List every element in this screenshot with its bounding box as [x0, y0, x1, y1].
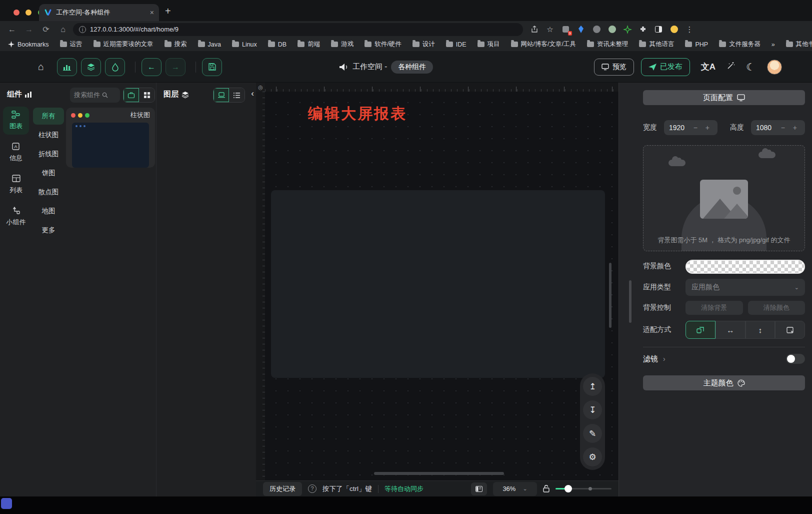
workspace-name-pill[interactable]: 各种组件 [391, 61, 433, 74]
subcategory-3[interactable]: 饼图 [33, 165, 64, 182]
details-panel-toggle-button[interactable] [105, 58, 125, 76]
chart-line-gradient[interactable] [478, 248, 571, 298]
dashboard-board[interactable] [271, 190, 605, 378]
unlock-icon[interactable] [543, 485, 550, 492]
settings-gear-icon[interactable]: ⚙ [583, 447, 602, 466]
bookmark-folder[interactable]: 项目 [478, 40, 500, 49]
extension-star-icon[interactable] [623, 25, 632, 34]
bookmark-folder[interactable]: 近期需要读的文章 [94, 40, 154, 49]
new-tab-button[interactable]: + [165, 6, 171, 16]
rail-item-charts[interactable]: 图表 [3, 107, 29, 135]
clear-background-button[interactable]: 清除背景 [686, 301, 743, 315]
magic-wand-icon[interactable] [726, 62, 735, 73]
bookmark-folder[interactable]: 资讯未整理 [587, 40, 628, 49]
language-translate-icon[interactable]: 文A [701, 61, 716, 73]
bookmark-folder[interactable]: 文件服务器 [719, 40, 760, 49]
extension-pin-icon[interactable] [576, 25, 586, 34]
subcategory-0[interactable]: 所有 [33, 108, 64, 125]
search-input[interactable]: 搜索组件 [70, 88, 120, 103]
bookmark-folder[interactable]: 其他语言 [639, 40, 674, 49]
components-panel-toggle-button[interactable] [57, 58, 77, 76]
chart-donut-pie[interactable] [405, 309, 455, 359]
site-info-icon[interactable]: i [79, 26, 86, 33]
panel-layout-icon[interactable] [471, 482, 487, 495]
other-bookmarks-folder[interactable]: 其他书签 [786, 40, 812, 49]
help-icon[interactable]: ? [308, 484, 316, 493]
browser-tab[interactable]: 工作空间-各种组件 × [39, 4, 159, 21]
close-window-button[interactable] [14, 10, 20, 16]
export-icon[interactable]: ↥ [583, 377, 602, 396]
canvas-heading-text[interactable]: 编辑大屏报表 [308, 104, 407, 124]
stepper-minus-plus-icons[interactable]: − + [694, 124, 712, 132]
clear-color-button[interactable]: 清除颜色 [748, 301, 806, 315]
background-upload-dropzone[interactable]: 背景图需小于 5M ， 格式为 png/jpg/gif 的文件 [643, 145, 805, 251]
chart-line-single[interactable] [382, 250, 477, 303]
layers-thumbnail-view-button[interactable] [214, 88, 229, 102]
bookmark-folder[interactable]: 网站/博客/文章/工具 [511, 40, 576, 49]
canvas-vertical-scrollbar[interactable] [609, 263, 612, 328]
component-grid-view-button[interactable] [139, 88, 154, 102]
theme-color-header[interactable]: 主题颜色 [643, 375, 805, 390]
chevron-right-icon[interactable]: › [663, 355, 666, 363]
forward-icon[interactable]: → [24, 25, 34, 34]
width-stepper[interactable]: 1920 − + [664, 120, 718, 135]
rail-item-info[interactable]: A 信息 [3, 139, 29, 167]
redo-button[interactable]: → [166, 58, 186, 76]
publish-button[interactable]: 已发布 [641, 58, 690, 76]
component-library-view-button[interactable] [124, 88, 139, 102]
undo-button[interactable]: ← [142, 58, 162, 76]
subcategory-4[interactable]: 散点图 [33, 184, 64, 201]
chart-bar-grouped[interactable] [279, 195, 374, 253]
filter-toggle[interactable] [786, 354, 805, 364]
bookmarks-root[interactable]: Bookmarks [8, 41, 49, 48]
subcategory-5[interactable]: 地图 [33, 203, 64, 220]
bookmark-folder[interactable]: IDE [446, 40, 466, 49]
component-card[interactable]: 柱状图 [66, 108, 155, 168]
bookmark-folder[interactable]: Java [198, 40, 221, 49]
bookmark-folder[interactable]: 前端 [298, 40, 320, 49]
history-button[interactable]: 历史记录 [263, 482, 302, 496]
zoom-select[interactable]: 36% ⌄ [493, 482, 537, 496]
profile-avatar[interactable] [670, 25, 678, 34]
canvas-horizontal-scrollbar[interactable] [374, 472, 504, 475]
panel-scrollbar[interactable] [629, 280, 632, 323]
browser-menu-icon[interactable]: ⋮ [685, 25, 694, 34]
save-button[interactable] [202, 58, 222, 76]
extension-icon-badge[interactable]: 9 [561, 25, 570, 34]
home-icon[interactable]: ⌂ [58, 25, 68, 34]
rail-item-widgets[interactable]: 小组件 [3, 203, 29, 231]
dark-mode-moon-icon[interactable]: ☾ [746, 61, 755, 73]
layers-panel-toggle-button[interactable] [81, 58, 101, 76]
chart-progress-ring[interactable] [490, 299, 545, 357]
editor-home-icon[interactable]: ⌂ [38, 61, 44, 73]
subcategory-6[interactable]: 更多 [33, 222, 64, 239]
zoom-slider-knob[interactable] [564, 485, 572, 492]
back-icon[interactable]: ← [7, 25, 17, 34]
edit-icon[interactable]: ✎ [583, 424, 602, 443]
tab-close-icon[interactable]: × [150, 9, 154, 17]
bookmark-folder[interactable]: 运营 [60, 40, 82, 49]
bg-color-swatch[interactable] [686, 260, 805, 274]
app-type-select[interactable]: 应用颜色 ⌄ [686, 279, 805, 296]
preview-button[interactable]: 预览 [594, 59, 634, 76]
url-input[interactable]: i 127.0.0.1:3000/#/chart/home/9 [73, 23, 523, 36]
chart-capsule-bar[interactable] [478, 197, 574, 253]
height-stepper[interactable]: 1080 − + [751, 120, 805, 135]
user-avatar[interactable] [767, 60, 782, 75]
extension-icon[interactable] [592, 25, 601, 34]
extension-icon[interactable] [608, 25, 616, 34]
sidebar-panel-icon[interactable] [654, 25, 663, 34]
bookmark-folder[interactable]: 搜索 [164, 40, 187, 49]
minimize-window-button[interactable] [26, 10, 32, 16]
bookmark-star-icon[interactable]: ☆ [546, 25, 554, 34]
chart-horizontal-bar[interactable] [382, 195, 477, 253]
rail-item-list[interactable]: 列表 [3, 171, 29, 199]
fit-scale-button[interactable] [686, 321, 716, 339]
chart-area-dual[interactable] [279, 304, 374, 357]
bookmark-folder[interactable]: 设计 [412, 40, 435, 49]
page-config-header[interactable]: 页面配置 [643, 90, 805, 105]
chart-line-dual[interactable] [279, 253, 374, 303]
ruler-eye-icon[interactable]: ◎ [256, 83, 265, 92]
bookmark-folder[interactable]: 游戏 [331, 40, 354, 49]
extensions-puzzle-icon[interactable] [638, 25, 648, 34]
